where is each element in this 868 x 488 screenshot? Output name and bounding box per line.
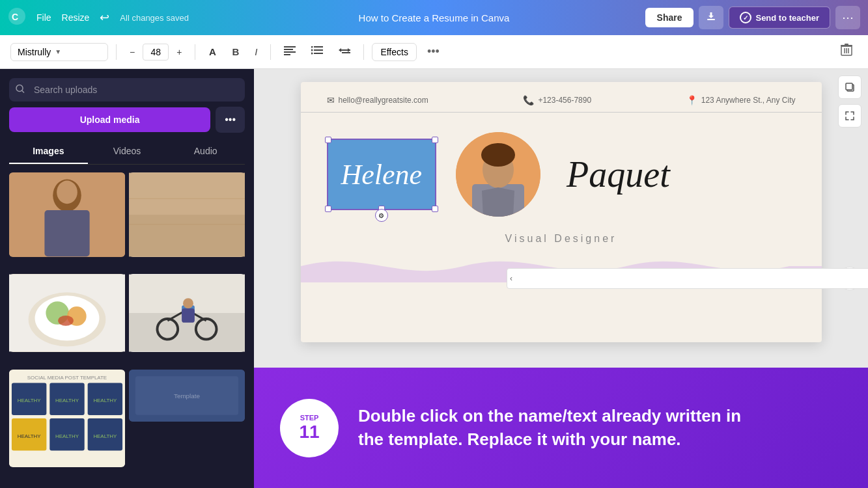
contact-address: 📍 123 Anywhere St., Any City <box>686 95 796 105</box>
panel-collapse-button[interactable]: ‹ <box>507 268 868 289</box>
search-bar <box>9 78 245 102</box>
font-size-decrease-button[interactable]: − <box>124 44 140 61</box>
expand-button[interactable] <box>838 104 861 128</box>
resume-contact-bar: ✉ hello@reallygreatsite.com 📞 +123-456-7… <box>301 82 822 113</box>
text-color-button[interactable]: A <box>203 43 221 61</box>
download-button[interactable] <box>699 6 723 29</box>
tab-images[interactable]: Images <box>9 139 88 164</box>
autosave-status: All changes saved <box>120 13 189 23</box>
svg-rect-30 <box>129 215 245 256</box>
last-name-text: Paquet <box>567 154 670 195</box>
search-input[interactable] <box>9 78 245 102</box>
svg-text:HEALTHY: HEALTHY <box>18 433 42 439</box>
font-size-increase-button[interactable]: + <box>171 44 187 61</box>
svg-rect-4 <box>284 49 293 50</box>
selection-handle-bl <box>325 206 331 212</box>
svg-rect-13 <box>342 49 350 51</box>
bold-button[interactable]: B <box>227 43 244 61</box>
svg-line-22 <box>22 91 24 93</box>
send-to-teacher-button[interactable]: ✓ Send to teacher <box>729 7 830 29</box>
job-title: Visual Designer <box>301 230 822 245</box>
nav-resize[interactable]: Resize <box>62 12 90 23</box>
left-panel: Upload media ••• Images Videos Audio <box>0 69 254 488</box>
brand-logo: C <box>8 7 26 29</box>
svg-rect-14 <box>342 52 350 53</box>
copy-element-button[interactable] <box>838 75 861 99</box>
upload-media-button[interactable]: Upload media <box>9 107 210 132</box>
tab-audio[interactable]: Audio <box>166 139 245 164</box>
svg-point-38 <box>58 316 74 326</box>
nav-file[interactable]: File <box>36 12 51 23</box>
step-number: 11 <box>299 422 319 442</box>
more-options-button[interactable]: ⋯ <box>835 6 860 29</box>
send-teacher-label: Send to teacher <box>755 13 819 23</box>
divider-1 <box>116 44 117 60</box>
svg-text:HEALTHY: HEALTHY <box>55 398 79 403</box>
uploads-grid: SOCIAL MEDIA POST TEMPLATE HEALTHY HEALT… <box>0 165 254 488</box>
svg-rect-5 <box>284 51 296 53</box>
upload-image-1[interactable] <box>9 172 125 257</box>
selected-name-box[interactable]: Helene ⚙ <box>327 139 437 210</box>
contact-phone: 📞 +123-456-7890 <box>523 95 591 105</box>
font-name: Mistrully <box>18 47 51 57</box>
svg-text:HEALTHY: HEALTHY <box>55 433 79 439</box>
effects-button[interactable]: Effects <box>372 43 417 61</box>
canvas-area[interactable]: ‹ ↻ ✉ hello@reallygreatsite.com � <box>254 69 868 488</box>
font-size-input[interactable] <box>143 44 169 61</box>
svg-text:Template: Template <box>174 392 201 400</box>
selection-handle-tl <box>325 137 331 143</box>
font-family-selector[interactable]: Mistrully ▼ <box>10 43 108 61</box>
svg-rect-3 <box>284 46 296 47</box>
selection-handle-tr <box>432 137 438 143</box>
location-icon: 📍 <box>686 95 697 105</box>
resume-canvas[interactable]: ✉ hello@reallygreatsite.com 📞 +123-456-7… <box>301 82 822 342</box>
rotation-handle[interactable]: ⚙ <box>375 209 388 222</box>
font-size-control: − + <box>124 44 187 61</box>
text-color-letter: A <box>209 46 216 57</box>
delete-element-button[interactable] <box>835 40 858 63</box>
upload-image-2[interactable] <box>129 172 245 257</box>
italic-button[interactable]: I <box>249 43 262 61</box>
svg-text:SOCIAL MEDIA POST TEMPLATE: SOCIAL MEDIA POST TEMPLATE <box>27 374 107 380</box>
upload-image-6[interactable]: Template <box>129 370 245 422</box>
svg-text:HEALTHY: HEALTHY <box>93 433 117 439</box>
first-name-text: Helene <box>341 158 423 191</box>
toolbar-more-button[interactable]: ••• <box>422 42 445 62</box>
email-icon: ✉ <box>327 95 335 105</box>
step-label: Step <box>300 414 319 422</box>
svg-rect-2 <box>707 19 715 20</box>
upload-image-5[interactable]: SOCIAL MEDIA POST TEMPLATE HEALTHY HEALT… <box>9 370 125 467</box>
resume-name-section: → Helene ⚙ <box>301 113 822 230</box>
upload-controls: Upload media ••• <box>9 107 245 133</box>
svg-rect-26 <box>44 210 89 256</box>
chevron-down-icon: ▼ <box>55 48 61 55</box>
top-navigation: C File Resize ↩ All changes saved How to… <box>0 0 868 35</box>
address-text: 123 Anywhere St., Any City <box>701 96 796 105</box>
share-button[interactable]: Share <box>645 8 694 27</box>
upload-more-button[interactable]: ••• <box>216 107 245 133</box>
upload-image-4[interactable] <box>129 274 245 352</box>
svg-point-21 <box>16 85 23 92</box>
divider-3 <box>270 44 271 60</box>
list-button[interactable] <box>306 43 328 61</box>
tab-videos[interactable]: Videos <box>88 139 167 164</box>
svg-point-10 <box>311 46 313 48</box>
svg-rect-9 <box>314 53 323 54</box>
line-spacing-button[interactable] <box>333 42 356 62</box>
svg-rect-7 <box>314 46 323 47</box>
check-circle-icon: ✓ <box>740 12 751 23</box>
svg-point-27 <box>57 181 77 204</box>
undo-icon[interactable]: ↩ <box>100 10 109 25</box>
tutorial-instruction: Double click on the name/text already wr… <box>358 405 741 450</box>
search-icon <box>16 85 25 96</box>
canvas-right-icons <box>838 75 861 128</box>
svg-rect-17 <box>845 44 848 46</box>
svg-rect-29 <box>129 173 245 215</box>
profile-photo[interactable] <box>456 132 540 217</box>
text-align-button[interactable] <box>279 43 301 61</box>
main-content: Upload media ••• Images Videos Audio <box>0 69 868 488</box>
upload-image-3[interactable] <box>9 274 125 352</box>
phone-text: +123-456-7890 <box>538 96 591 105</box>
media-tabs: Images Videos Audio <box>9 139 245 165</box>
svg-text:HEALTHY: HEALTHY <box>18 398 42 403</box>
